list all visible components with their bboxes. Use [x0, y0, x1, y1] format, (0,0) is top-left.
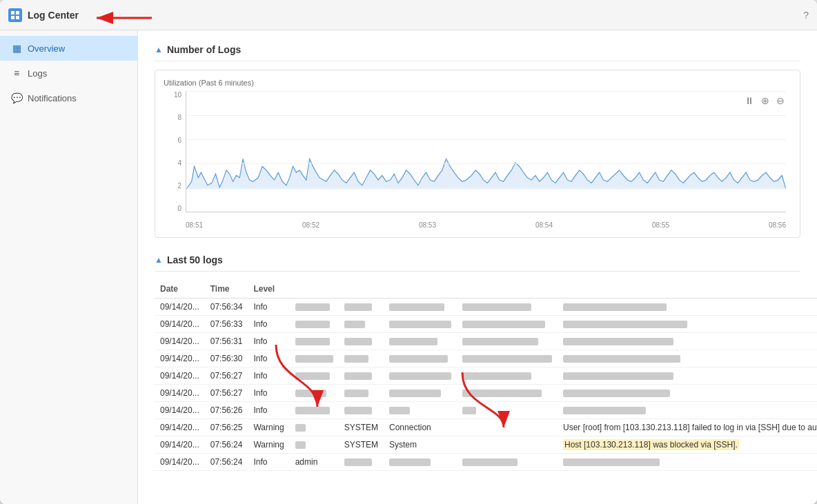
app-window: Log Center ? ▦ Overview ≡ Logs 💬 Notific…: [0, 0, 817, 504]
chart-x-labels: 08:51 08:52 08:53 08:54 08:55 08:56: [186, 221, 786, 229]
grid-line-4: [186, 163, 786, 164]
chart-subtitle: Utilization (Past 6 minutes): [164, 79, 791, 87]
blurred-cell: [295, 338, 330, 345]
blurred-cell: [462, 390, 542, 397]
row-time: 07:56:27: [205, 385, 248, 402]
chart-sparkline: [186, 91, 786, 212]
logs-section: ▲ Last 50 logs Date Time Level: [155, 254, 800, 471]
row-date: 09/14/20...: [155, 299, 205, 316]
chart-toggle-icon[interactable]: ▲: [155, 45, 163, 54]
row-date: 09/14/20...: [155, 350, 205, 367]
svg-rect-3: [16, 16, 19, 19]
blurred-cell: [344, 407, 372, 414]
row-date: 09/14/20...: [155, 402, 205, 419]
row-level: Info: [248, 333, 289, 350]
chart-section-title: Number of Logs: [167, 44, 241, 55]
row-category: System: [384, 436, 457, 454]
title-bar: Log Center ?: [0, 0, 817, 30]
x-label-6: 08:56: [769, 221, 786, 229]
content-area: ▲ Number of Logs Utilization (Past 6 min…: [138, 30, 817, 504]
row-date: 09/14/20...: [155, 419, 205, 436]
logs-section-title: Last 50 logs: [167, 254, 223, 265]
blurred-cell: [344, 355, 368, 363]
svg-rect-0: [11, 11, 14, 14]
sidebar-item-overview[interactable]: ▦ Overview: [0, 36, 137, 61]
blurred-cell: [295, 424, 306, 432]
blurred-cell: [462, 458, 518, 466]
col-6: [384, 280, 457, 299]
blurred-cell: [295, 390, 326, 397]
blurred-cell: [295, 407, 330, 414]
blurred-cell: [295, 372, 330, 380]
col-5: [339, 280, 384, 299]
blurred-cell: [563, 390, 670, 397]
row-username: SYSTEM: [339, 436, 384, 454]
blurred-cell: [344, 390, 368, 397]
blurred-cell: [295, 303, 330, 311]
row-level: Info: [248, 385, 289, 402]
row-time: 07:56:27: [205, 367, 248, 385]
svg-rect-1: [16, 11, 19, 14]
row-level: Info: [248, 454, 289, 471]
blurred-cell: [563, 321, 687, 328]
row-date: 09/14/20...: [155, 316, 205, 333]
blurred-cell: [462, 372, 531, 380]
row-level: Info: [248, 367, 289, 385]
row-level: Info: [248, 350, 289, 367]
sidebar-item-logs[interactable]: ≡ Logs: [0, 61, 137, 85]
sidebar-item-logs-label: Logs: [28, 68, 47, 79]
notifications-icon: 💬: [11, 92, 22, 103]
svg-rect-2: [11, 16, 14, 19]
sidebar-item-notifications[interactable]: 💬 Notifications: [0, 85, 137, 110]
row-date: 09/14/20...: [155, 367, 205, 385]
chart-plot: [186, 91, 786, 212]
row-date: 09/14/20...: [155, 333, 205, 350]
blurred-cell: [563, 355, 680, 363]
highlighted-message: Host [103.130.213.118] was blocked via […: [563, 439, 739, 450]
row-time: 07:56:24: [205, 454, 248, 471]
sidebar: ▦ Overview ≡ Logs 💬 Notifications: [0, 30, 138, 504]
x-label-5: 08:55: [652, 221, 669, 229]
main-content: ▦ Overview ≡ Logs 💬 Notifications ▲ Numb…: [0, 30, 817, 504]
table-row: 09/14/20... 07:56:26 Info: [155, 402, 817, 419]
table-row: 09/14/20... 07:56:30 Info: [155, 350, 817, 367]
logs-table-header-row: Date Time Level: [155, 280, 817, 299]
row-time: 07:56:31: [205, 333, 248, 350]
table-row: 09/14/20... 07:56:27 Info: [155, 367, 817, 385]
overview-icon: ▦: [11, 43, 22, 54]
row-time: 07:56:25: [205, 419, 248, 436]
grid-line-2: [186, 188, 786, 188]
blurred-cell: [389, 372, 451, 380]
app-title: Log Center: [28, 10, 79, 21]
blurred-cell: [389, 303, 444, 311]
row-time: 07:56:26: [205, 402, 248, 419]
chart-container: Utilization (Past 6 minutes) ⏸ ⊕ ⊖ 0 2 4: [155, 70, 800, 238]
grid-line-10: [186, 91, 786, 92]
app-icon: [8, 8, 22, 22]
grid-line-8: [186, 115, 786, 116]
help-button[interactable]: ?: [803, 10, 809, 21]
row-level: Warning: [248, 436, 289, 454]
logs-section-header: ▲ Last 50 logs: [155, 254, 800, 272]
row-date: 09/14/20...: [155, 385, 205, 402]
blurred-cell: [563, 458, 660, 466]
blurred-cell: [389, 355, 448, 363]
x-label-4: 08:54: [535, 221, 553, 229]
logs-icon: ≡: [11, 68, 22, 79]
col-7: [457, 280, 558, 299]
col-level: Level: [248, 280, 289, 299]
table-row: 09/14/20... 07:56:34 Info: [155, 299, 817, 316]
grid-line-6: [186, 139, 786, 140]
row-date: 09/14/20...: [155, 454, 205, 471]
sidebar-item-notifications-label: Notifications: [28, 93, 77, 103]
table-row: 09/14/20... 07:56:31 Info: [155, 333, 817, 350]
blurred-cell: [344, 458, 372, 466]
logs-chart-section: ▲ Number of Logs Utilization (Past 6 min…: [155, 44, 800, 238]
table-row: 09/14/20... 07:56:33 Info: [155, 316, 817, 333]
col-4: [290, 280, 339, 299]
blurred-cell: [295, 355, 333, 363]
x-label-2: 08:52: [302, 221, 319, 229]
blurred-cell: [295, 321, 330, 328]
blurred-cell: [389, 321, 451, 328]
logs-toggle-icon[interactable]: ▲: [155, 255, 163, 265]
